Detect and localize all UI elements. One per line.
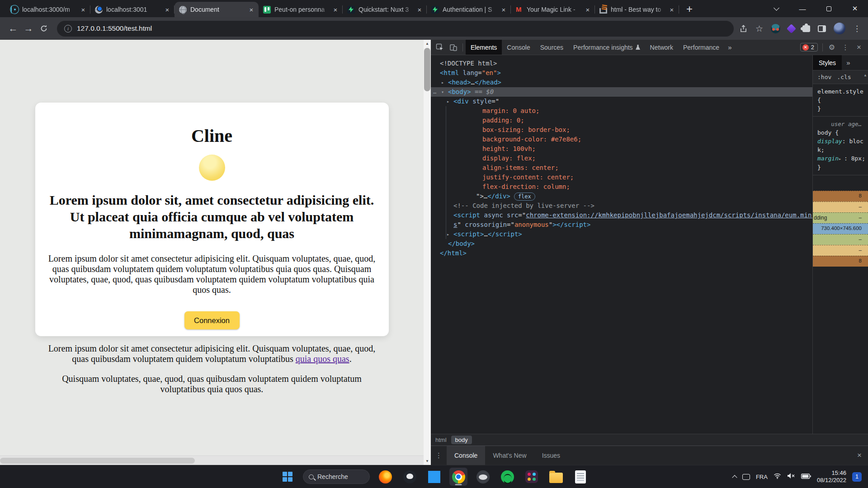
vertical-scrollbar-thumb[interactable]	[424, 48, 430, 91]
share-icon[interactable]	[739, 24, 748, 33]
vertical-scrollbar[interactable]: ▲ ▼	[424, 40, 431, 465]
quia-quos-quas-link[interactable]: quia quos quas	[296, 354, 349, 364]
browser-menu-kebab-icon[interactable]: ⋮	[853, 24, 861, 33]
class-toggle[interactable]: .cls	[837, 74, 851, 80]
devtools-code-line[interactable]: margin: 0 auto;	[431, 106, 812, 116]
drawer-tab-whats-new[interactable]: What's New	[485, 446, 534, 465]
devtools-code-line[interactable]: </body>	[431, 239, 812, 249]
new-tab-button[interactable]: +	[683, 3, 696, 16]
hover-state-toggle[interactable]: :hov	[817, 74, 831, 80]
tray-chevron-up-icon[interactable]	[732, 475, 737, 480]
forward-icon[interactable]: →	[21, 21, 36, 36]
devtools-tab-console[interactable]: Console	[502, 40, 535, 55]
github-icon[interactable]	[401, 468, 419, 486]
devtools-code-line[interactable]: ▸<script>…</script>	[431, 230, 812, 239]
address-bar[interactable]: i 127.0.0.1:5500/test.html	[57, 21, 734, 37]
notepad-icon[interactable]	[571, 468, 590, 486]
devtools-code-line[interactable]: align-items: center;	[431, 163, 812, 173]
devtools-code-line[interactable]: <!-- Code injected by live-server -->	[431, 201, 812, 211]
devtools-code-line[interactable]: </html>	[431, 249, 812, 258]
speaker-muted-icon[interactable]	[787, 473, 795, 481]
expand-arrow-icon[interactable]: ▸	[441, 78, 448, 87]
devtools-tab-elements[interactable]: Elements	[466, 40, 502, 55]
horizontal-scrollbar-thumb[interactable]	[0, 458, 195, 464]
browser-tab-stackoverflow[interactable]: html - Best way to ×	[595, 2, 679, 17]
tab-close-icon[interactable]: ×	[248, 6, 255, 14]
devtools-code-line[interactable]: box-sizing: border-box;	[431, 125, 812, 135]
inspect-element-icon[interactable]	[434, 42, 446, 53]
script-source-link[interactable]: chrome-extension://kmhkepipobnjllejbafaj…	[526, 211, 812, 219]
profile-avatar[interactable]	[834, 23, 845, 34]
firefox-icon[interactable]	[376, 468, 394, 486]
devtools-tab-network[interactable]: Network	[645, 40, 678, 55]
url-text[interactable]: 127.0.0.1:5500/test.html	[77, 24, 152, 33]
devtools-more-tabs-icon[interactable]: »	[724, 40, 735, 55]
spotify-icon[interactable]	[498, 468, 516, 486]
language-indicator[interactable]: FRA	[756, 474, 768, 480]
box-model-band[interactable]: –	[813, 245, 868, 256]
element-style-rule[interactable]: element.style { }	[813, 84, 868, 117]
browser-tab-localhost-3000[interactable]: localhost:3000/m ×	[6, 2, 90, 17]
expand-arrow-icon[interactable]: ▸	[447, 97, 453, 106]
search-tabs-chevron-icon[interactable]	[763, 0, 789, 17]
browser-tab-localhost-3001[interactable]: localhost:3001 ×	[90, 2, 175, 17]
file-explorer-icon[interactable]	[547, 468, 565, 486]
tab-close-icon[interactable]: ×	[164, 6, 171, 14]
css-property-value[interactable]: ▸ : 8px;	[839, 155, 865, 162]
tab-close-icon[interactable]: ×	[416, 6, 423, 14]
user-agent-style-rule[interactable]: user age… body { display: block; margin▸…	[813, 117, 868, 175]
box-model-band[interactable]: 8	[813, 256, 868, 267]
devtools-code-line[interactable]: flex-direction: column;	[431, 182, 812, 192]
close-window-button[interactable]: ✕	[842, 0, 868, 17]
expand-arrow-icon[interactable]: ▸	[447, 230, 453, 239]
wifi-icon[interactable]	[774, 473, 781, 481]
notification-count-badge[interactable]: 1	[852, 472, 862, 482]
tab-close-icon[interactable]: ×	[332, 6, 339, 14]
tab-close-icon[interactable]: ×	[80, 6, 87, 14]
more-actions-icon[interactable]: …	[433, 87, 437, 97]
extension-skull-icon[interactable]	[771, 24, 780, 33]
devtools-tab-performance-insights[interactable]: Performance insights	[568, 40, 645, 55]
taskbar-clock[interactable]: 15:46 08/12/2022	[817, 469, 846, 484]
breadcrumb-html[interactable]: html	[435, 436, 447, 443]
devtools-code-line[interactable]: justify-content: center;	[431, 173, 812, 182]
css-property-name[interactable]: display	[817, 138, 842, 145]
back-icon[interactable]: ←	[5, 21, 21, 36]
devtools-code-line[interactable]: display: flex;	[431, 154, 812, 163]
drawer-tab-issues[interactable]: Issues	[534, 446, 568, 465]
devtools-code-line[interactable]: s" crossorigin="anonymous"></script>	[431, 220, 812, 230]
expand-arrow-icon[interactable]: ▾	[441, 87, 448, 97]
discord-icon[interactable]	[474, 468, 492, 486]
browser-tab-nuxt-quickstart[interactable]: Quickstart: Nuxt 3 ×	[343, 2, 427, 17]
side-panel-icon[interactable]	[818, 25, 826, 32]
device-toolbar-icon[interactable]	[447, 42, 460, 53]
box-model-band[interactable]: dding–	[813, 212, 868, 223]
devtools-code-line[interactable]: ▸<div style="	[431, 97, 812, 106]
devtools-code-line[interactable]: ">…</div>flex	[431, 192, 812, 201]
devtools-code-line[interactable]: <html lang="en">	[431, 68, 812, 78]
tab-styles[interactable]: Styles	[813, 55, 842, 70]
devtools-menu-kebab-icon[interactable]: ⋮	[839, 42, 852, 53]
devtools-code-line[interactable]: …▾<body> == $0	[431, 87, 812, 97]
scroll-up-arrow-icon[interactable]: ▲	[424, 40, 431, 47]
devtools-code-line[interactable]: <script async src="chrome-extension://km…	[431, 211, 812, 220]
devtools-code-line[interactable]: height: 100vh;	[431, 144, 812, 154]
devtools-settings-gear-icon[interactable]: ⚙	[826, 42, 838, 53]
devtools-close-icon[interactable]: ×	[853, 42, 865, 53]
windows-start-icon[interactable]	[278, 468, 297, 486]
browser-tab-peut-on[interactable]: Peut-on personna ×	[259, 2, 343, 17]
vscode-icon[interactable]	[425, 468, 443, 486]
box-model-band[interactable]: 8	[813, 191, 868, 202]
browser-tab-authentication[interactable]: Authentication | S ×	[427, 2, 511, 17]
scroll-down-arrow-icon[interactable]: ▼	[424, 457, 431, 465]
slack-icon[interactable]	[523, 468, 541, 486]
site-info-icon[interactable]: i	[64, 25, 72, 33]
devtools-code-line[interactable]: background-color: #e7e8e6;	[431, 135, 812, 144]
browser-tab-magic-link[interactable]: Your Magic Link - ×	[511, 2, 595, 17]
minimize-button[interactable]: —	[789, 0, 816, 17]
css-property-name[interactable]: margin	[817, 155, 839, 162]
box-model-band[interactable]: –	[813, 202, 868, 212]
breadcrumb-body[interactable]: body	[451, 436, 472, 444]
devtools-tab-sources[interactable]: Sources	[535, 40, 568, 55]
maximize-button[interactable]	[816, 0, 842, 17]
